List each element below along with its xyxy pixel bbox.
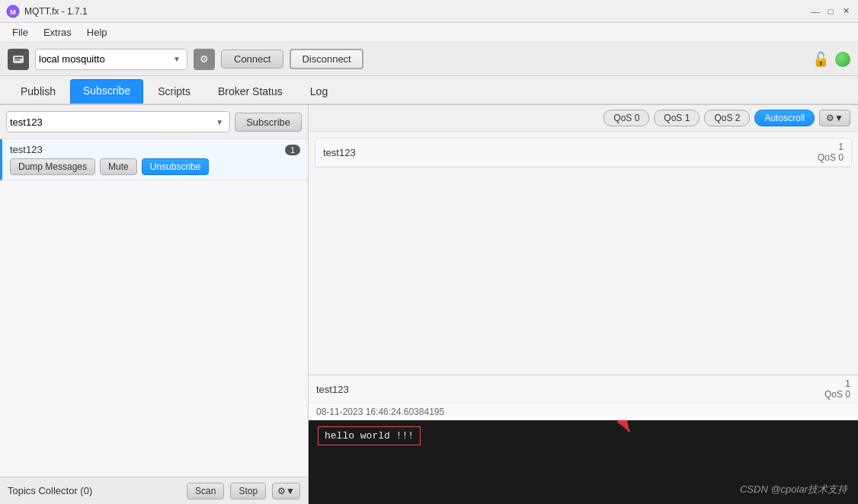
profile-select-wrapper[interactable]: local mosquitto ▼ [35, 49, 187, 70]
tab-publish[interactable]: Publish [8, 80, 69, 104]
message-topic: test123 [323, 147, 356, 158]
message-payload-content: hello world !!! [318, 426, 421, 445]
topic-dropdown-arrow[interactable]: ▼ [213, 118, 226, 126]
csdn-watermark: CSDN @cpolar技术支持 [740, 483, 847, 496]
message-detail-header: test123 1 QoS 0 [309, 375, 858, 404]
message-entry-header: test123 1 QoS 0 [315, 139, 851, 167]
tab-broker-status[interactable]: Broker Status [205, 80, 296, 104]
message-entry: test123 1 QoS 0 [315, 138, 852, 167]
subscription-badge: 1 [285, 145, 300, 155]
messages-list: test123 1 QoS 0 [309, 132, 858, 375]
unsubscribe-button[interactable]: Unsubscribe [142, 158, 210, 175]
tabs-bar: Publish Subscribe Scripts Broker Status … [0, 76, 858, 105]
right-panel-wrapper: QoS 0 QoS 1 QoS 2 Autoscroll ⚙▼ test123 … [309, 105, 858, 504]
message-detail-meta: 1 QoS 0 [824, 378, 850, 400]
settings-button[interactable]: ⚙ [194, 49, 215, 70]
tab-subscribe[interactable]: Subscribe [70, 79, 143, 104]
disconnect-button[interactable]: Disconnect [290, 49, 363, 69]
subscription-item-header: test123 1 [10, 144, 300, 155]
subscription-item: test123 1 Dump Messages Mute Unsubscribe [0, 139, 308, 180]
left-panel: ▼ Subscribe test123 1 Dump Messages Mute… [0, 105, 309, 504]
toolbar: local mosquitto ▼ ⚙ Connect Disconnect 🔓 [0, 43, 858, 76]
message-qos-badge: QoS 0 [818, 152, 844, 163]
window-title: MQTT.fx - 1.7.1 [24, 6, 809, 17]
tab-scripts[interactable]: Scripts [145, 80, 203, 104]
profile-dropdown-arrow[interactable]: ▼ [170, 55, 184, 63]
subscription-actions: Dump Messages Mute Unsubscribe [10, 158, 300, 175]
qos2-button[interactable]: QoS 2 [704, 110, 750, 126]
mute-button[interactable]: Mute [100, 158, 137, 175]
connection-status-dot [835, 52, 850, 67]
message-toolbar: QoS 0 QoS 1 QoS 2 Autoscroll ⚙▼ [309, 105, 858, 132]
profile-icon [8, 49, 29, 70]
arrow-annotation [538, 420, 645, 443]
topics-settings-button[interactable]: ⚙▼ [272, 483, 300, 499]
qos0-button[interactable]: QoS 0 [603, 110, 649, 126]
minimize-button[interactable]: — [809, 5, 821, 18]
maximize-button[interactable]: □ [824, 5, 837, 18]
window-controls: — □ ✕ [809, 5, 852, 18]
subscriptions-list: test123 1 Dump Messages Mute Unsubscribe [0, 139, 308, 477]
menu-file[interactable]: File [5, 25, 36, 40]
message-detail-qos: QoS 0 [824, 389, 850, 400]
profile-select-value: local mosquitto [39, 53, 170, 65]
message-settings-button[interactable]: ⚙▼ [819, 110, 850, 126]
menu-help[interactable]: Help [79, 25, 115, 40]
app-icon: M [6, 5, 20, 18]
message-timestamp: 08-11-2023 16:46:24.60384195 [309, 404, 858, 420]
svg-text:M: M [10, 8, 16, 16]
message-detail-count: 1 [845, 378, 850, 389]
menu-bar: File Extras Help [0, 23, 858, 43]
svg-rect-4 [14, 59, 20, 61]
topic-input[interactable] [10, 116, 213, 128]
dump-messages-button[interactable]: Dump Messages [10, 158, 95, 175]
qos1-button[interactable]: QoS 1 [654, 110, 700, 126]
autoscroll-button[interactable]: Autoscroll [754, 110, 815, 126]
main-content: ▼ Subscribe test123 1 Dump Messages Mute… [0, 105, 858, 504]
tab-log[interactable]: Log [297, 80, 341, 104]
subscribe-bar: ▼ Subscribe [0, 105, 308, 139]
message-detail-topic: test123 [316, 384, 349, 395]
message-count: 1 [838, 142, 844, 152]
svg-rect-3 [14, 57, 22, 59]
stop-button[interactable]: Stop [230, 483, 266, 499]
topic-input-wrapper[interactable]: ▼ [6, 111, 230, 132]
subscription-topic: test123 [10, 144, 43, 155]
close-button[interactable]: ✕ [840, 5, 852, 18]
topics-collector-label: Topics Collector (0) [8, 485, 181, 496]
menu-extras[interactable]: Extras [36, 25, 79, 40]
lock-icon: 🔓 [812, 51, 829, 68]
right-panel: QoS 0 QoS 1 QoS 2 Autoscroll ⚙▼ test123 … [309, 105, 858, 504]
title-bar: M MQTT.fx - 1.7.1 — □ ✕ [0, 0, 858, 23]
scan-button[interactable]: Scan [187, 483, 224, 499]
subscribe-button[interactable]: Subscribe [235, 113, 302, 132]
topics-collector: Topics Collector (0) Scan Stop ⚙▼ [0, 477, 308, 504]
connect-button[interactable]: Connect [221, 49, 283, 69]
